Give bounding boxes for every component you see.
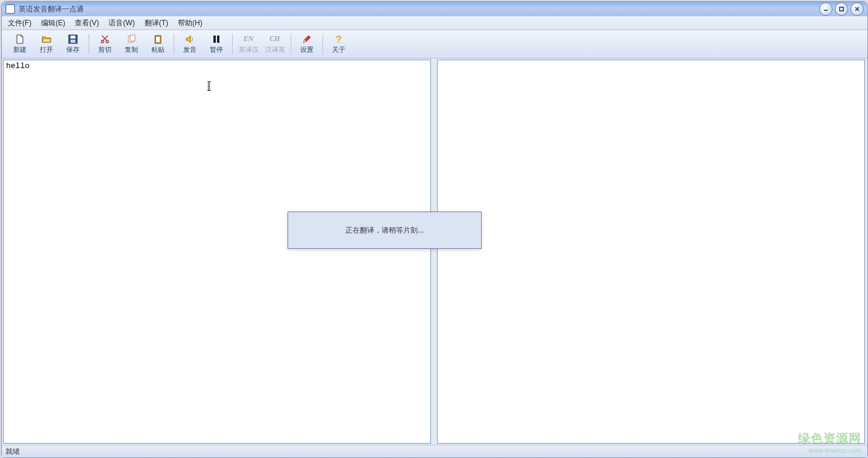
scissors-icon (99, 34, 110, 44)
new-button[interactable]: 新建 (7, 31, 33, 57)
maximize-icon (838, 6, 844, 12)
speaker-icon (184, 34, 195, 44)
menu-edit[interactable]: 编辑(E) (37, 17, 69, 30)
target-pane (437, 60, 865, 444)
save-floppy-icon (68, 34, 78, 44)
close-button[interactable] (851, 2, 864, 16)
copy-icon (126, 34, 137, 44)
pause-icon (211, 34, 222, 44)
svg-rect-15 (217, 36, 219, 43)
target-textarea[interactable] (438, 60, 864, 443)
status-text: 就绪 (5, 447, 20, 457)
en-text-icon: EN (243, 34, 254, 44)
pause-button[interactable]: 暂停 (203, 31, 230, 57)
speak-button[interactable]: 发音 (177, 31, 203, 57)
app-icon (5, 4, 15, 14)
dialog-message: 正在翻译，请稍等片刻... (345, 225, 424, 236)
svg-rect-12 (156, 37, 160, 42)
question-help-icon: ? (333, 34, 344, 44)
paste-clipboard-icon (153, 34, 163, 44)
toolbar-separator (232, 34, 233, 54)
paste-button[interactable]: 粘贴 (145, 31, 171, 57)
svg-rect-13 (157, 35, 159, 37)
save-button[interactable]: 保存 (60, 31, 86, 57)
svg-rect-5 (71, 36, 75, 39)
toolbar-separator (174, 34, 174, 54)
translating-dialog: 正在翻译，请稍等片刻... (288, 212, 482, 249)
app-window: 英语发音翻译一点通 文件(F) 编辑(E) 查看(V) 语音(W) 翻译(T) … (1, 1, 868, 458)
menu-help[interactable]: 帮助(H) (174, 17, 206, 30)
cn-to-en-button[interactable]: CH 汉译英 (262, 31, 288, 57)
source-textarea[interactable] (4, 60, 430, 443)
title-bar: 英语发音翻译一点通 (2, 2, 867, 16)
ch-text-icon: CH (269, 34, 280, 44)
pencil-settings-icon (301, 34, 312, 44)
status-bar: 就绪 (2, 445, 867, 457)
minimize-icon (823, 6, 829, 12)
toolbar-separator (322, 34, 323, 54)
cut-button[interactable]: 剪切 (92, 31, 118, 57)
menu-file[interactable]: 文件(F) (4, 17, 35, 30)
open-folder-icon (41, 34, 52, 44)
new-file-icon (14, 34, 25, 44)
minimize-button[interactable] (819, 2, 832, 16)
svg-rect-14 (213, 36, 216, 43)
svg-point-7 (101, 40, 104, 43)
close-icon (854, 6, 860, 12)
svg-rect-6 (71, 40, 75, 43)
toolbar: 新建 打开 保存 剪切 复制 (2, 30, 867, 58)
copy-button[interactable]: 复制 (118, 31, 145, 57)
settings-button[interactable]: 设置 (294, 31, 320, 57)
menu-translate[interactable]: 翻译(T) (141, 17, 172, 30)
toolbar-separator (89, 34, 89, 54)
window-title: 英语发音翻译一点通 (19, 4, 84, 14)
source-pane (3, 60, 431, 444)
en-to-cn-button[interactable]: EN 英译汉 (235, 31, 262, 57)
svg-rect-1 (840, 7, 843, 11)
menu-voice[interactable]: 语音(W) (105, 17, 138, 30)
open-button[interactable]: 打开 (33, 31, 60, 57)
toolbar-separator (291, 34, 291, 54)
maximize-button[interactable] (835, 2, 848, 16)
svg-rect-10 (130, 35, 135, 41)
about-button[interactable]: ? 关于 (326, 31, 352, 57)
content-area (2, 58, 867, 445)
menu-bar: 文件(F) 编辑(E) 查看(V) 语音(W) 翻译(T) 帮助(H) (2, 16, 867, 30)
svg-text:?: ? (336, 34, 342, 44)
menu-view[interactable]: 查看(V) (71, 17, 102, 30)
svg-point-8 (106, 40, 108, 43)
